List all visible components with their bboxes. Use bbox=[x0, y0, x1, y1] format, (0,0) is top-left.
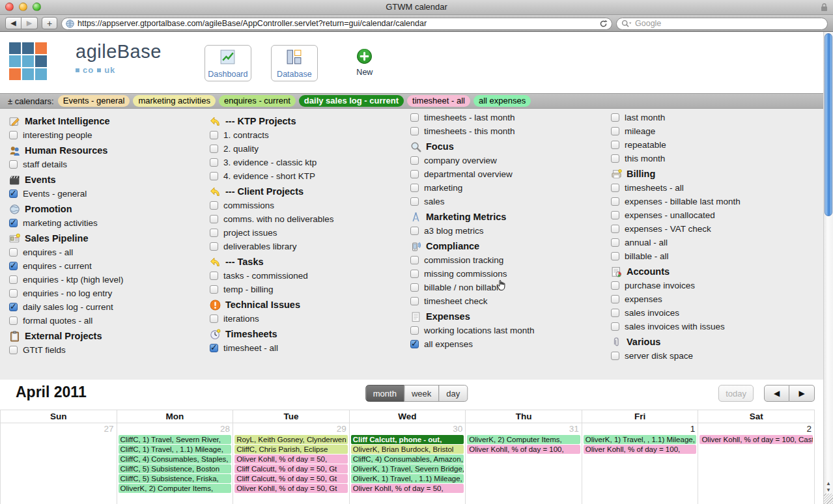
calendar-event[interactable]: Oliver Kohll, % of day = 50, bbox=[234, 455, 348, 464]
calendar-checkbox[interactable] bbox=[611, 295, 619, 303]
forward-button[interactable]: ▶ bbox=[21, 17, 38, 29]
calendar-checkbox[interactable] bbox=[410, 270, 419, 278]
day-cell[interactable]: 27 bbox=[1, 423, 117, 504]
calendar-toggle-row[interactable]: purchase invoices bbox=[611, 281, 806, 290]
calendar-event[interactable]: OliverK, Brian Burdock, Bristol bbox=[351, 445, 464, 454]
view-button-month[interactable]: month bbox=[365, 385, 404, 402]
calendar-toggle-row[interactable]: timesheets - last month bbox=[410, 113, 611, 122]
calendar-checkbox[interactable] bbox=[210, 285, 218, 294]
calendar-checkbox[interactable]: ✓ bbox=[410, 340, 419, 348]
calendar-toggle-row[interactable]: billable - all bbox=[611, 251, 806, 261]
calendar-event[interactable]: OliverK, 1) Travel, , 1.1) Mileage, bbox=[351, 474, 464, 483]
calendar-checkbox[interactable] bbox=[410, 256, 419, 264]
calendar-toggle-row[interactable]: repeatable bbox=[611, 140, 806, 150]
calendar-toggle-label[interactable]: expenses - unallocated bbox=[625, 210, 715, 220]
search-icon[interactable] bbox=[621, 19, 632, 31]
calendar-toggle-row[interactable]: mileage bbox=[611, 126, 806, 136]
calendar-toggle-row[interactable]: ✓all expenses bbox=[410, 339, 611, 349]
calendar-checkbox[interactable] bbox=[611, 225, 619, 233]
calendar-toggle-row[interactable]: timesheet check bbox=[410, 296, 611, 306]
calendar-toggle-row[interactable]: 2. quality bbox=[210, 144, 410, 154]
calendar-toggle-label[interactable]: comms. with no deliverables bbox=[223, 214, 334, 224]
reload-icon[interactable] bbox=[599, 19, 608, 31]
calendar-pill[interactable]: marketing activities bbox=[133, 95, 216, 107]
database-button[interactable]: Database bbox=[271, 45, 318, 81]
calendar-event[interactable]: OliverK, 2) Computer Items, bbox=[467, 435, 580, 444]
calendar-toggle-row[interactable]: staff details bbox=[9, 160, 210, 169]
calendar-checkbox[interactable]: ✓ bbox=[9, 303, 18, 311]
calendar-toggle-label[interactable]: repeatable bbox=[625, 140, 666, 150]
calendar-toggle-row[interactable]: missing commissions bbox=[410, 269, 611, 279]
calendar-toggle-label[interactable]: last month bbox=[625, 113, 665, 122]
calendar-toggle-row[interactable]: comms. with no deliverables bbox=[210, 214, 410, 224]
calendar-toggle-label[interactable]: enquires - current bbox=[23, 261, 92, 271]
calendar-toggle-label[interactable]: project issues bbox=[223, 228, 277, 238]
back-button[interactable]: ◀ bbox=[5, 17, 21, 29]
calendar-toggle-label[interactable]: marketing bbox=[424, 183, 462, 193]
vertical-scrollbar[interactable]: ▲ ▼ bbox=[823, 32, 833, 504]
calendar-toggle-label[interactable]: enquiries - ktp (high level) bbox=[23, 275, 124, 285]
calendar-checkbox[interactable] bbox=[410, 197, 419, 206]
calendar-toggle-row[interactable]: 4. evidence - short KTP bbox=[210, 171, 410, 181]
calendar-toggle-label[interactable]: enquiries - no log entry bbox=[23, 288, 112, 298]
calendar-checkbox[interactable] bbox=[611, 352, 619, 360]
calendar-checkbox[interactable]: ✓ bbox=[210, 344, 218, 352]
calendar-checkbox[interactable] bbox=[210, 172, 218, 180]
calendar-toggle-label[interactable]: interesting people bbox=[23, 130, 92, 140]
calendar-checkbox[interactable] bbox=[210, 229, 218, 237]
view-button-week[interactable]: week bbox=[404, 385, 439, 402]
calendar-toggle-label[interactable]: commissions bbox=[223, 201, 274, 210]
day-cell[interactable]: 28CliffC, 1) Travel, Severn River,CliffC… bbox=[117, 423, 233, 504]
calendar-toggle-label[interactable]: daily sales log - current bbox=[23, 302, 113, 312]
calendars-bar-label[interactable]: ± calendars: bbox=[8, 96, 54, 106]
calendar-event[interactable]: CliffC, 1) Travel, , 1.1) Mileage, bbox=[119, 445, 232, 454]
calendar-checkbox[interactable] bbox=[611, 238, 619, 247]
calendar-checkbox[interactable] bbox=[9, 160, 18, 169]
resize-grip[interactable] bbox=[824, 494, 833, 504]
scroll-up-arrow[interactable]: ▲ bbox=[826, 481, 831, 486]
calendar-toggle-label[interactable]: expenses - VAT check bbox=[625, 224, 711, 234]
calendar-toggle-label[interactable]: staff details bbox=[23, 160, 67, 169]
day-cell[interactable]: 2Oliver Kohll, % of day = 100, Castell bbox=[698, 423, 815, 504]
new-tab-button[interactable]: + bbox=[42, 17, 57, 29]
calendar-checkbox[interactable] bbox=[611, 281, 619, 290]
calendar-toggle-label[interactable]: sales invoices with issues bbox=[625, 322, 725, 331]
calendar-toggle-row[interactable]: enquires - all bbox=[9, 247, 210, 257]
calendar-toggle-label[interactable]: timesheet check bbox=[424, 296, 488, 306]
calendar-checkbox[interactable] bbox=[611, 322, 619, 331]
calendar-event[interactable]: Oliver Kohll, % of day = 50, bbox=[351, 484, 464, 493]
calendar-pill[interactable]: daily sales log - current bbox=[299, 95, 404, 107]
calendar-toggle-row[interactable]: marketing bbox=[410, 183, 611, 193]
calendar-event[interactable]: Oliver Kohll, % of day = 100, Castell bbox=[699, 435, 813, 444]
calendar-checkbox[interactable] bbox=[210, 145, 218, 153]
day-cell[interactable]: 30Cliff Calcutt, phone - out,OliverK, Br… bbox=[349, 423, 466, 504]
calendar-checkbox[interactable] bbox=[210, 158, 218, 167]
calendar-toggle-label[interactable]: expenses bbox=[625, 294, 662, 304]
calendar-toggle-label[interactable]: timesheet - all bbox=[223, 343, 278, 353]
new-button[interactable]: New bbox=[348, 45, 382, 80]
calendar-toggle-row[interactable]: ✓enquires - current bbox=[9, 261, 210, 271]
calendar-toggle-label[interactable]: formal quotes - all bbox=[23, 316, 92, 326]
calendar-toggle-label[interactable]: 2. quality bbox=[223, 144, 259, 154]
calendar-toggle-label[interactable]: sales invoices bbox=[625, 308, 679, 318]
calendar-event[interactable]: Oliver Kohll, % of day = 100, bbox=[584, 445, 697, 454]
calendar-toggle-row[interactable]: billable / non billable bbox=[410, 283, 611, 292]
calendar-toggle-label[interactable]: working locations last month bbox=[424, 326, 535, 335]
calendar-checkbox[interactable] bbox=[611, 127, 619, 135]
calendar-toggle-label[interactable]: sales bbox=[424, 197, 445, 206]
calendar-event[interactable]: Cliff Calcutt, % of day = 50, Gt bbox=[234, 464, 348, 473]
calendar-toggle-label[interactable]: marketing activities bbox=[23, 218, 98, 228]
calendar-event[interactable]: OliverK, 1) Travel, , 1.1) Mileage, bbox=[584, 435, 697, 444]
calendar-checkbox[interactable] bbox=[410, 113, 419, 122]
next-month-button[interactable]: ▶ bbox=[789, 385, 815, 402]
calendar-event[interactable]: Cliff Calcutt, phone - out, bbox=[351, 435, 464, 444]
calendar-checkbox[interactable] bbox=[210, 242, 218, 251]
calendar-toggle-row[interactable]: timesheets - all bbox=[611, 183, 806, 193]
calendar-checkbox[interactable] bbox=[611, 154, 619, 163]
calendar-toggle-row[interactable]: 1. contracts bbox=[210, 130, 410, 140]
calendar-checkbox[interactable] bbox=[410, 297, 419, 305]
calendar-toggle-label[interactable]: 1. contracts bbox=[223, 130, 269, 140]
calendar-checkbox[interactable] bbox=[410, 283, 419, 292]
calendar-checkbox[interactable] bbox=[210, 215, 218, 223]
calendar-event[interactable]: Oliver Kohll, % of day = 100, bbox=[467, 445, 580, 454]
